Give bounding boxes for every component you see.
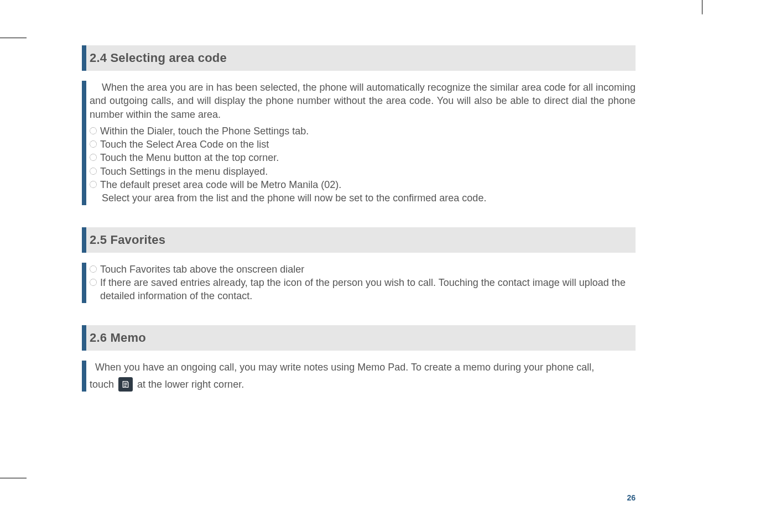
bullet-item: Touch Settings in the menu displayed. xyxy=(90,165,636,178)
section-heading-text: 2.4 Selecting area code xyxy=(90,51,636,65)
bullet-item: Touch Favorites tab above the onscreen d… xyxy=(90,263,636,276)
bullet-text: Touch the Menu button at the top corner. xyxy=(100,151,279,164)
memo-text-before: touch xyxy=(90,378,114,391)
page-number: 26 xyxy=(627,493,636,502)
bullet-icon xyxy=(90,168,97,175)
bullet-icon xyxy=(90,154,97,161)
crop-mark xyxy=(0,38,27,38)
crop-mark xyxy=(0,478,27,478)
memo-line-1: When you have an ongoing call, you may w… xyxy=(90,361,636,374)
bullet-text: Touch the Select Area Code on the list xyxy=(100,138,269,151)
bullet-text: If there are saved entries already, tap … xyxy=(100,276,636,303)
section-closing-text: Select your area from the list and the p… xyxy=(90,191,636,205)
section-heading-text: 2.5 Favorites xyxy=(90,233,636,247)
bullet-icon xyxy=(90,279,97,286)
memo-pad-icon xyxy=(118,377,133,392)
section-heading-favorites: 2.5 Favorites xyxy=(82,227,636,253)
bullet-item: The default preset area code will be Met… xyxy=(90,178,636,191)
section-body-memo: When you have an ongoing call, you may w… xyxy=(82,361,636,392)
bullet-item: If there are saved entries already, tap … xyxy=(90,276,636,303)
bullet-icon xyxy=(90,140,97,148)
bullet-text: The default preset area code will be Met… xyxy=(100,178,341,191)
bullet-icon xyxy=(90,181,97,188)
bullet-icon xyxy=(90,265,97,273)
memo-text-after: at the lower right corner. xyxy=(137,378,244,391)
section-body-area-code: When the area you are in has been select… xyxy=(82,81,636,205)
bullet-text: Within the Dialer, touch the Phone Setti… xyxy=(100,124,309,138)
section-heading-memo: 2.6 Memo xyxy=(82,325,636,351)
memo-line-2: touch at the lower right corner. xyxy=(90,377,636,392)
section-body-favorites: Touch Favorites tab above the onscreen d… xyxy=(82,263,636,303)
section-intro-text: When the area you are in has been select… xyxy=(90,81,636,121)
document-page: 2.4 Selecting area code When the area yo… xyxy=(27,14,702,518)
bullet-item: Within the Dialer, touch the Phone Setti… xyxy=(90,124,636,138)
bullet-icon xyxy=(90,127,97,134)
crop-mark xyxy=(702,0,702,14)
section-heading-area-code: 2.4 Selecting area code xyxy=(82,45,636,71)
bullet-item: Touch the Select Area Code on the list xyxy=(90,138,636,151)
bullet-text: Touch Favorites tab above the onscreen d… xyxy=(100,263,304,276)
bullet-text: Touch Settings in the menu displayed. xyxy=(100,165,268,178)
section-heading-text: 2.6 Memo xyxy=(90,331,636,345)
bullet-item: Touch the Menu button at the top corner. xyxy=(90,151,636,164)
